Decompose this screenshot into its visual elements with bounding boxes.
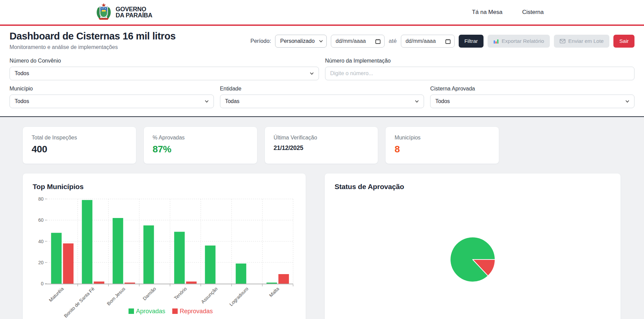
municipio-label: Município (10, 86, 214, 92)
filter-implementacao: Número da Implementação (325, 58, 634, 80)
brand-line2: DA PARAÍBA (116, 12, 152, 18)
export-report-button[interactable]: Exportar Relatório (488, 35, 550, 48)
calendar-icon[interactable] (445, 38, 451, 44)
convenio-label: Número do Convênio (10, 58, 319, 64)
stat-value: 400 (32, 144, 127, 155)
chevron-down-icon (205, 99, 209, 103)
export-report-label: Exportar Relatório (502, 38, 544, 44)
filter-entidade: Entidade Todas (220, 86, 424, 108)
chevron-down-icon (310, 71, 314, 75)
svg-text:0: 0 (41, 281, 44, 286)
cisterna-select-value: Todos (435, 98, 450, 104)
municipio-select[interactable]: Todos (10, 95, 214, 108)
svg-text:Bonito de Santa Fé: Bonito de Santa Fé (63, 286, 96, 319)
filter-convenio: Número do Convênio Todos (10, 58, 319, 80)
cisterna-select[interactable]: Todos (430, 95, 634, 108)
svg-text:Maturéia: Maturéia (48, 286, 65, 303)
entidade-select-value: Todas (225, 98, 240, 104)
svg-text:Logradouro: Logradouro (228, 286, 249, 307)
pie-chart (335, 194, 611, 319)
pie-chart-title: Status de Aprovação (335, 183, 611, 191)
date-from-input[interactable]: dd/mm/aaaa (331, 35, 385, 48)
calendar-icon[interactable] (375, 38, 381, 44)
svg-text:Bom Jesus: Bom Jesus (106, 286, 126, 306)
brand: GOVERNO DA PARAÍBA (95, 3, 152, 21)
chevron-down-icon (415, 99, 419, 103)
stat-value: 8 (394, 144, 490, 155)
bar-chart-icon (493, 39, 499, 44)
stat-value: 87% (153, 144, 248, 155)
period-controls: Período: Personalizado dd/mm/aaaa até dd… (251, 35, 634, 48)
entidade-select[interactable]: Todas (220, 95, 424, 108)
svg-text:80: 80 (38, 196, 44, 202)
convenio-select[interactable]: Todos (10, 67, 319, 80)
implementacao-input[interactable] (330, 70, 629, 77)
stat-card-total-inspecoes: Total de Inspeções 400 (22, 127, 136, 164)
filters: Número do Convênio Todos Número da Imple… (10, 58, 634, 108)
stat-label: Municípios (394, 135, 490, 141)
stat-label: Última Verificação (274, 135, 369, 141)
chevron-down-icon (319, 39, 323, 43)
charts-row: Top Municípios 020406080MaturéiaBonito d… (22, 173, 620, 319)
svg-text:Tenório: Tenório (173, 286, 188, 301)
status-aprovacao-card: Status de Aprovação (324, 173, 621, 319)
until-label: até (389, 38, 397, 45)
page-subtitle: Monitoramento e análise de implementaçõe… (10, 44, 175, 50)
send-batch-button[interactable]: Enviar em Lote (554, 35, 609, 48)
period-select-value: Personalizado (280, 38, 315, 44)
bar-chart-legend[interactable]: AprovadasReprovadas (129, 308, 213, 315)
brand-text: GOVERNO DA PARAÍBA (116, 6, 152, 19)
envelope-icon (560, 39, 565, 44)
period-label: Período: (251, 38, 271, 44)
bar-chart: 020406080MaturéiaBonito de Santa FéBom J… (33, 194, 296, 319)
brand-line1: GOVERNO (116, 6, 152, 12)
filter-button[interactable]: Filtrar (459, 35, 484, 48)
stats-row: Total de Inspeções 400 % Aprovadas 87% Ú… (22, 127, 620, 164)
implementacao-field (325, 67, 634, 80)
svg-text:20: 20 (38, 260, 44, 265)
dashboard-body: Total de Inspeções 400 % Aprovadas 87% Ú… (0, 117, 644, 319)
nav-cisterna[interactable]: Cisterna (522, 9, 544, 16)
date-to-input[interactable]: dd/mm/aaaa (401, 35, 455, 48)
date-to-placeholder: dd/mm/aaaa (406, 38, 436, 44)
implementacao-label: Número da Implementação (325, 58, 634, 64)
svg-text:40: 40 (38, 239, 44, 244)
stat-label: Total de Inspeções (32, 135, 127, 141)
svg-text:Aprovadas: Aprovadas (136, 308, 165, 315)
paraiba-coat-of-arms-icon (95, 3, 112, 21)
bar-chart-title: Top Municípios (33, 183, 296, 191)
page-title: Dashboard de Cisternas 16 mil litros (10, 31, 175, 42)
stat-label: % Aprovadas (153, 135, 248, 141)
convenio-select-value: Todos (15, 70, 29, 77)
filter-cisterna-aprovada: Cisterna Aprovada Todos (430, 86, 634, 108)
nav-ta-na-mesa[interactable]: Tá na Mesa (472, 9, 503, 16)
date-from-placeholder: dd/mm/aaaa (336, 38, 366, 44)
svg-text:60: 60 (38, 217, 44, 223)
entidade-label: Entidade (220, 86, 424, 92)
send-batch-label: Enviar em Lote (568, 38, 604, 44)
municipio-select-value: Todos (15, 98, 29, 104)
svg-text:Assunção: Assunção (200, 286, 219, 305)
top-municipios-card: Top Municípios 020406080MaturéiaBonito d… (22, 173, 306, 319)
filter-municipio: Município Todos (10, 86, 214, 108)
stat-value: 21/12/2025 (274, 145, 369, 152)
stat-card-ultima-verificacao: Última Verificação 21/12/2025 (265, 127, 378, 164)
cisterna-label: Cisterna Aprovada (430, 86, 634, 92)
title-block: Dashboard de Cisternas 16 mil litros Mon… (10, 31, 175, 50)
svg-text:Malta: Malta (268, 286, 280, 298)
stat-card-pct-aprovadas: % Aprovadas 87% (143, 127, 257, 164)
exit-button[interactable]: Sair (613, 35, 634, 48)
chevron-down-icon (625, 99, 629, 103)
period-select[interactable]: Personalizado (275, 35, 327, 48)
app-header: GOVERNO DA PARAÍBA Tá na Mesa Cisterna (0, 0, 644, 26)
svg-text:Reprovadas: Reprovadas (180, 308, 213, 315)
stat-card-municipios: Municípios 8 (385, 127, 499, 164)
filter-panel: Dashboard de Cisternas 16 mil litros Mon… (0, 26, 644, 117)
top-nav: Tá na Mesa Cisterna (472, 9, 544, 16)
svg-text:Damião: Damião (141, 286, 157, 302)
